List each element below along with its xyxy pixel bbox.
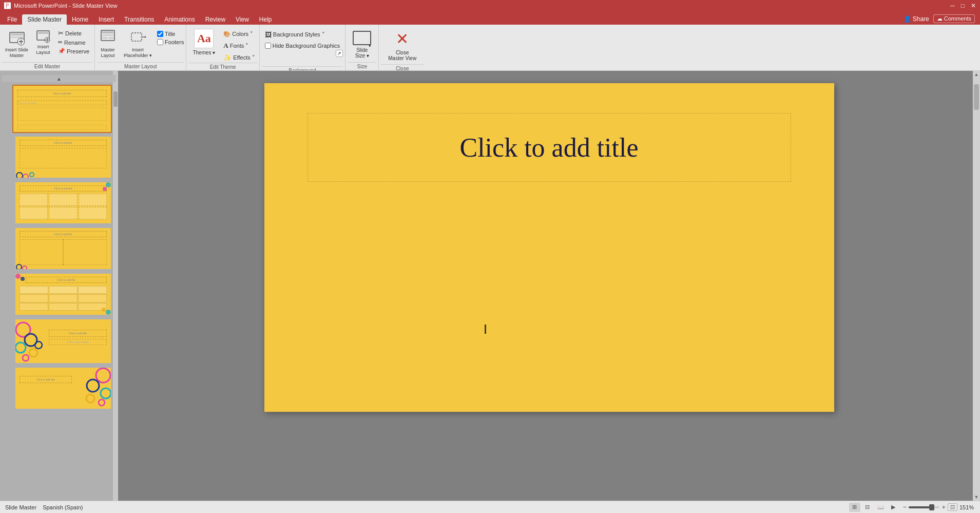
title-checkbox[interactable]: Title — [157, 31, 184, 37]
tab-transitions[interactable]: Transitions — [119, 14, 159, 25]
scroll-up-arrow[interactable]: ▲ — [2, 75, 116, 82]
tab-help[interactable]: Help — [254, 14, 277, 25]
share-icon: 👤 — [904, 15, 911, 23]
slide-thumb-1[interactable]: Click to add title Click to add subtitle — [6, 85, 112, 133]
slide-panel: ▲ Click to add title Click to add subtit… — [0, 71, 118, 501]
slide-thumb-4[interactable]: Click to add title — [14, 227, 112, 270]
background-group-expander[interactable]: ↗ — [336, 50, 343, 57]
svg-rect-14 — [102, 37, 107, 39]
preserve-btn[interactable]: 📌 Preserve — [56, 47, 91, 55]
status-bar-right: ⊞ ⊟ 📖 ▶ − + ⊡ 151% — [849, 503, 975, 512]
tab-slide-master[interactable]: Slide Master — [22, 14, 67, 25]
svg-rect-1 — [11, 33, 23, 35]
footers-checkbox[interactable]: Footers — [157, 39, 184, 45]
ribbon: Insert SlideMaster InsertLayout — [0, 25, 980, 71]
status-language: Spanish (Spain) — [43, 504, 83, 510]
svg-point-26 — [15, 274, 21, 279]
tab-insert[interactable]: Insert — [93, 14, 119, 25]
svg-point-19 — [16, 173, 23, 178]
slide-thumb-3[interactable]: Click to add title — [14, 181, 112, 224]
svg-rect-13 — [102, 34, 113, 36]
background-styles-btn[interactable]: 🖼 Background Styles ˅ — [262, 30, 343, 40]
tab-review[interactable]: Review — [200, 14, 230, 25]
delete-btn[interactable]: ✂ Delete — [56, 29, 91, 37]
canvas-vscrollbar[interactable]: ▲ ▼ — [973, 71, 980, 501]
zoom-level: 151% — [959, 504, 975, 510]
svg-rect-7 — [38, 32, 48, 34]
effects-btn[interactable]: ✨ Effects ˅ — [221, 53, 257, 63]
close-label: Close — [381, 64, 424, 71]
svg-point-40 — [99, 400, 105, 406]
slide-panel-scrollbar[interactable] — [113, 71, 118, 501]
ribbon-group-edit-theme: Aa Themes ▾ 🎨 Colors ˅ A Fonts ˅ ✨ Effec… — [186, 25, 259, 70]
tab-view[interactable]: View — [230, 14, 254, 25]
insert-slide-master-btn[interactable]: Insert SlideMaster — [2, 27, 31, 62]
comments-btn[interactable]: ☁ Comments — [933, 14, 975, 23]
slide-thumb-2[interactable]: Click to add title — [14, 136, 112, 179]
background-label: Background — [262, 66, 343, 71]
insert-placeholder-btn[interactable]: InsertPlaceholder ▾ — [121, 27, 155, 61]
svg-point-39 — [86, 394, 94, 403]
tab-file[interactable]: File — [2, 14, 22, 25]
tab-animations[interactable]: Animations — [159, 14, 200, 25]
slide-sorter-btn[interactable]: ⊟ — [862, 503, 873, 512]
svg-point-27 — [21, 277, 25, 281]
minimize-btn[interactable]: ─ — [950, 2, 955, 9]
zoom-slider[interactable] — [909, 506, 939, 508]
slide-thumb-6[interactable]: Click to add title Click to add subtitle — [14, 318, 112, 364]
svg-point-37 — [87, 379, 99, 392]
rename-btn[interactable]: ✏ Rename — [56, 39, 91, 46]
ribbon-group-master-layout: MasterLayout InsertPlaceholder ▾ Title — [95, 25, 186, 70]
colors-icon: 🎨 — [223, 31, 230, 37]
slide-thumb-7[interactable]: Click to add title — [14, 367, 112, 410]
svg-rect-12 — [102, 31, 113, 33]
canvas-area: Click to add title ▲ ▼ — [118, 71, 980, 501]
normal-view-btn[interactable]: ⊞ — [849, 503, 860, 512]
slide-canvas[interactable]: Click to add title — [264, 83, 834, 412]
share-btn[interactable]: 👤 Share — [904, 15, 929, 23]
master-layout-label: Master Layout — [97, 62, 184, 70]
size-label: Size — [348, 62, 376, 70]
fonts-btn[interactable]: A Fonts ˅ — [221, 41, 257, 51]
slide-thumb-inner-3: Click to add title — [15, 182, 111, 223]
preserve-icon: 📌 — [58, 48, 65, 54]
maximize-btn[interactable]: □ — [961, 2, 965, 9]
slide-size-btn[interactable]: ▾ SlideSize ▾ — [348, 29, 376, 61]
zoom-in-btn[interactable]: + — [941, 503, 946, 511]
bg-styles-icon: 🖼 — [265, 31, 272, 39]
svg-rect-16 — [131, 33, 142, 41]
fonts-icon: A — [223, 42, 228, 50]
svg-point-38 — [101, 388, 111, 398]
slide-thumb-5[interactable]: Click to add title — [14, 273, 112, 316]
svg-point-36 — [96, 368, 110, 383]
zoom-fit-btn[interactable]: ⊡ — [948, 503, 957, 511]
slide-thumb-inner-2: Click to add title — [15, 137, 111, 178]
zoom-out-btn[interactable]: − — [903, 503, 907, 511]
rename-icon: ✏ — [58, 39, 63, 46]
reading-view-btn[interactable]: 📖 — [875, 503, 886, 512]
svg-point-32 — [15, 343, 26, 353]
svg-point-29 — [102, 308, 106, 312]
insert-slide-master-icon — [8, 29, 26, 47]
insert-placeholder-icon — [130, 29, 146, 47]
colors-btn[interactable]: 🎨 Colors ˅ — [221, 30, 257, 39]
close-app-btn[interactable]: ✕ — [971, 2, 976, 9]
main-area: ▲ Click to add title Click to add subtit… — [0, 71, 980, 501]
ribbon-group-size: ▾ SlideSize ▾ Size — [345, 25, 379, 70]
tab-home[interactable]: Home — [67, 14, 93, 25]
themes-btn[interactable]: Aa Themes ▾ — [188, 27, 219, 58]
edit-master-label: Edit Master — [2, 62, 92, 70]
insert-layout-btn[interactable]: InsertLayout — [32, 27, 54, 62]
svg-point-24 — [16, 264, 22, 269]
svg-point-35 — [35, 341, 42, 349]
slide-thumb-inner-6: Click to add title Click to add subtitle — [15, 319, 111, 363]
slide-thumb-inner-7: Click to add title — [15, 368, 111, 409]
slide-thumb-inner-5: Click to add title — [15, 274, 111, 315]
close-master-view-btn[interactable]: ✕ CloseMaster View — [381, 27, 424, 64]
hide-bg-checkbox[interactable]: Hide Background Graphics — [262, 42, 343, 50]
slideshow-btn[interactable]: ▶ — [888, 503, 899, 512]
slide-title-placeholder[interactable]: Click to add title — [308, 113, 791, 182]
master-layout-btn[interactable]: MasterLayout — [97, 27, 119, 61]
slide-size-icon: ▾ — [353, 31, 371, 45]
status-bar: Slide Master Spanish (Spain) ⊞ ⊟ 📖 ▶ − +… — [0, 501, 980, 513]
